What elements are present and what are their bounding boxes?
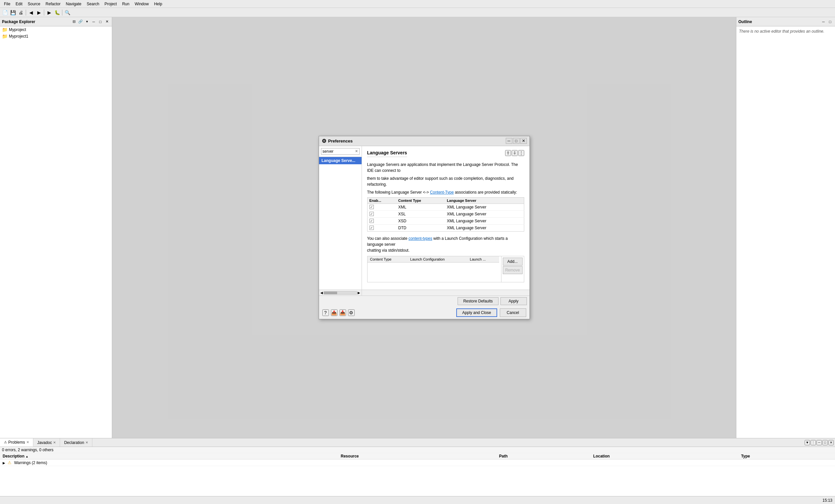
tab-javadoc-close[interactable]: ✕ — [53, 441, 56, 444]
outline-maximize-icon[interactable]: □ — [827, 19, 833, 25]
table-side-buttons: Add... Remove — [501, 256, 524, 282]
dialog-action-buttons: Apply and Close Cancel — [456, 309, 526, 317]
toolbar-save[interactable]: 💾 — [9, 9, 17, 16]
left-tree-selected-item[interactable]: Language Serve... — [319, 157, 362, 164]
toolbar-print[interactable]: 🖨 — [17, 9, 24, 16]
rp-menu-icon[interactable]: ⋮ — [518, 150, 524, 156]
cancel-button[interactable]: Cancel — [500, 309, 526, 317]
import-icon[interactable]: 📥 — [340, 309, 346, 316]
col-content-type: Content Type — [396, 197, 445, 204]
tree-item-myproject1[interactable]: 📁 Myproject1 — [0, 33, 112, 40]
checkbox-dtd[interactable] — [369, 226, 374, 230]
search-clear-btn[interactable]: ✕ — [355, 149, 358, 153]
restore-defaults-button[interactable]: Restore Defaults — [457, 297, 498, 305]
dyn-col-content-type: Content Type — [368, 256, 408, 262]
problems-menu-icon[interactable]: ⋮ — [811, 440, 816, 445]
toolbar-sep-1 — [26, 9, 26, 16]
problems-maximize-icon[interactable]: □ — [822, 440, 828, 445]
menu-edit[interactable]: Edit — [13, 1, 25, 7]
menu-window[interactable]: Window — [132, 1, 151, 7]
filter-icon[interactable]: ▼ — [805, 440, 810, 445]
settings-icon[interactable]: ⚙ — [348, 309, 355, 316]
bottom-tabs: ⚠ Problems ✕ Javadoc ✕ Declaration ✕ ▼ ⋮… — [0, 438, 835, 447]
link-with-editor-icon[interactable]: 🔗 — [78, 19, 83, 25]
problems-close-icon[interactable]: ✕ — [829, 440, 834, 445]
tab-problems[interactable]: ⚠ Problems ✕ — [0, 438, 33, 447]
content-types-link[interactable]: content-types — [408, 236, 432, 241]
project-label-2: Myproject1 — [9, 34, 28, 39]
menu-source[interactable]: Source — [25, 1, 43, 7]
toolbar-debug[interactable]: 🐛 — [54, 9, 61, 16]
remove-button[interactable]: Remove — [503, 266, 523, 274]
checkbox-xsl[interactable] — [369, 212, 374, 216]
outline-header: Outline ─ □ — [736, 17, 835, 26]
toolbar-new[interactable]: 📄 — [1, 9, 8, 16]
export-icon[interactable]: 📤 — [331, 309, 338, 316]
menu-file[interactable]: File — [1, 1, 13, 7]
menu-project[interactable]: Project — [102, 1, 119, 7]
menu-help[interactable]: Help — [151, 1, 165, 7]
toolbar-back[interactable]: ◀ — [27, 9, 35, 16]
dialog-minimize-btn[interactable]: ─ — [506, 138, 512, 144]
minimize-panel-icon[interactable]: ─ — [91, 19, 97, 25]
add-button[interactable]: Add... — [503, 258, 523, 266]
apply-and-close-button[interactable]: Apply and Close — [456, 309, 497, 317]
scroll-right-btn[interactable]: ▶ — [358, 291, 360, 295]
scrollbar-track[interactable] — [324, 291, 357, 295]
col-location: Location — [591, 453, 738, 460]
search-box-wrapper: ✕ — [319, 146, 362, 157]
expand-all-icon[interactable]: ⇧ — [505, 150, 511, 156]
dyn-col-launch-config: Launch Configuration — [407, 256, 467, 262]
apply-button[interactable]: Apply — [501, 297, 527, 305]
problems-minimize-icon[interactable]: ─ — [816, 440, 822, 445]
dyn-col-launch: Launch ... — [467, 256, 499, 262]
dialog-close-btn[interactable]: ✕ — [520, 138, 527, 144]
dialog-left-panel: ✕ Language Serve... — [319, 146, 362, 290]
content-type-link[interactable]: Content-Type — [430, 190, 454, 195]
help-icon[interactable]: ? — [322, 309, 329, 316]
warnings-row[interactable]: ▶ ⚠ Warnings (2 items) — [0, 460, 835, 466]
dialog-maximize-btn[interactable]: □ — [513, 138, 520, 144]
enabled-cell-xsl — [367, 210, 396, 217]
menu-refactor[interactable]: Refactor — [43, 1, 63, 7]
dialog-title-text: Preferences — [328, 139, 353, 144]
menu-search[interactable]: Search — [84, 1, 102, 7]
tab-declaration-close[interactable]: ✕ — [85, 441, 88, 444]
toolbar-run[interactable]: ▶ — [45, 9, 53, 16]
dialog-controls: ─ □ ✕ — [506, 138, 527, 144]
tab-javadoc-label: Javadoc — [37, 440, 52, 445]
view-menu-icon[interactable]: ▾ — [84, 19, 90, 25]
col-type: Type — [738, 453, 835, 460]
menu-navigate[interactable]: Navigate — [63, 1, 84, 7]
toolbar-search[interactable]: 🔍 — [64, 9, 71, 16]
problems-table: Description ▲ Resource Path Location Typ… — [0, 453, 835, 466]
checkbox-xml[interactable] — [369, 205, 374, 209]
right-panel-toolbar: ⇧ ⇩ ⋮ — [505, 150, 524, 156]
col-language-server: Language Server — [445, 197, 524, 204]
tab-declaration[interactable]: Declaration ✕ — [60, 438, 93, 447]
tab-javadoc[interactable]: Javadoc ✕ — [33, 438, 60, 447]
outline-minimize-icon[interactable]: ─ — [820, 19, 827, 25]
selected-item-label: Language Serve... — [322, 158, 355, 163]
warning-icon: ⚠ — [7, 460, 12, 465]
maximize-panel-icon[interactable]: □ — [97, 19, 103, 25]
scroll-left-btn[interactable]: ◀ — [320, 291, 323, 295]
col-resource: Resource — [338, 453, 496, 460]
col-description: Description ▲ — [0, 453, 338, 460]
static-associations-table: Enab... Content Type Language Server — [367, 197, 524, 232]
collapse-all-rp-icon[interactable]: ⇩ — [512, 150, 517, 156]
close-panel-icon[interactable]: ✕ — [104, 19, 110, 25]
menu-run[interactable]: Run — [119, 1, 132, 7]
section-desc-3: The following Language Server <-> Conten… — [367, 189, 524, 195]
search-input[interactable] — [323, 149, 354, 154]
toolbar-sep-2 — [44, 9, 44, 16]
tab-declaration-label: Declaration — [64, 440, 84, 445]
tab-problems-close[interactable]: ✕ — [26, 440, 29, 444]
toolbar-fwd[interactable]: ▶ — [35, 9, 43, 16]
checkbox-xsd[interactable] — [369, 219, 374, 223]
tree-item-myproject[interactable]: 📁 Myproject — [0, 26, 112, 33]
content-type-dtd: DTD — [396, 224, 445, 231]
collapse-all-icon[interactable]: ⊟ — [71, 19, 77, 25]
bottom-panel: ⚠ Problems ✕ Javadoc ✕ Declaration ✕ ▼ ⋮… — [0, 438, 835, 504]
table-row: XML XML Language Server — [367, 204, 524, 210]
